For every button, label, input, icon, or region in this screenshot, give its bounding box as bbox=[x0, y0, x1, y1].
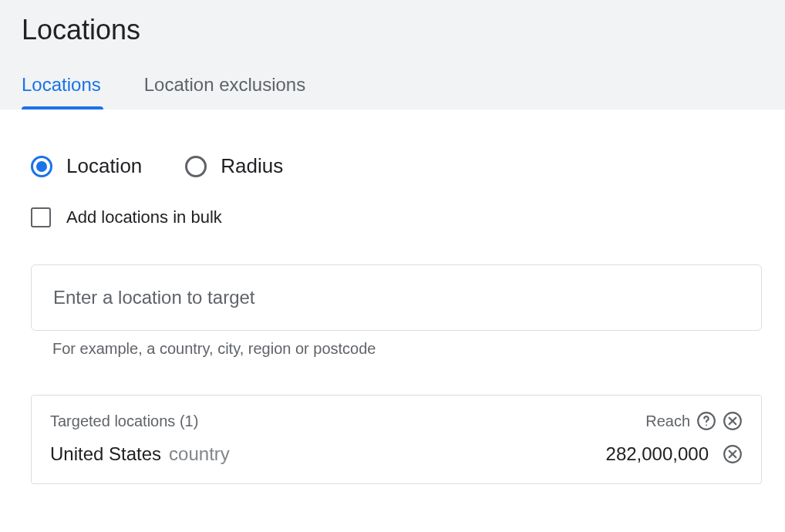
help-icon[interactable] bbox=[696, 411, 716, 431]
tab-locations[interactable]: Locations bbox=[22, 74, 101, 109]
remove-all-icon[interactable] bbox=[723, 411, 743, 431]
targeted-locations-box: Targeted locations (1) Reach bbox=[31, 395, 762, 484]
radio-option-location[interactable]: Location bbox=[31, 154, 142, 178]
table-row: United States country 282,000,000 bbox=[50, 443, 743, 465]
radio-label-radius: Radius bbox=[221, 154, 283, 178]
bulk-checkbox[interactable] bbox=[31, 207, 51, 227]
location-search-input[interactable] bbox=[31, 264, 762, 331]
svg-point-1 bbox=[706, 425, 707, 426]
remove-location-icon[interactable] bbox=[723, 444, 743, 464]
search-helper-text: For example, a country, city, region or … bbox=[52, 340, 754, 358]
radio-icon bbox=[185, 156, 207, 177]
location-name: United States bbox=[50, 443, 161, 465]
location-type: country bbox=[169, 443, 230, 465]
tab-location-exclusions[interactable]: Location exclusions bbox=[144, 74, 305, 109]
radio-option-radius[interactable]: Radius bbox=[185, 154, 283, 178]
reach-value: 282,000,000 bbox=[606, 443, 709, 465]
radio-icon bbox=[31, 156, 52, 177]
tabs: Locations Location exclusions bbox=[22, 74, 763, 109]
targeted-title: Targeted locations (1) bbox=[50, 412, 198, 430]
radio-label-location: Location bbox=[66, 154, 142, 178]
reach-label: Reach bbox=[645, 412, 690, 430]
bulk-checkbox-label: Add locations in bulk bbox=[66, 207, 222, 227]
page-title: Locations bbox=[22, 14, 763, 46]
